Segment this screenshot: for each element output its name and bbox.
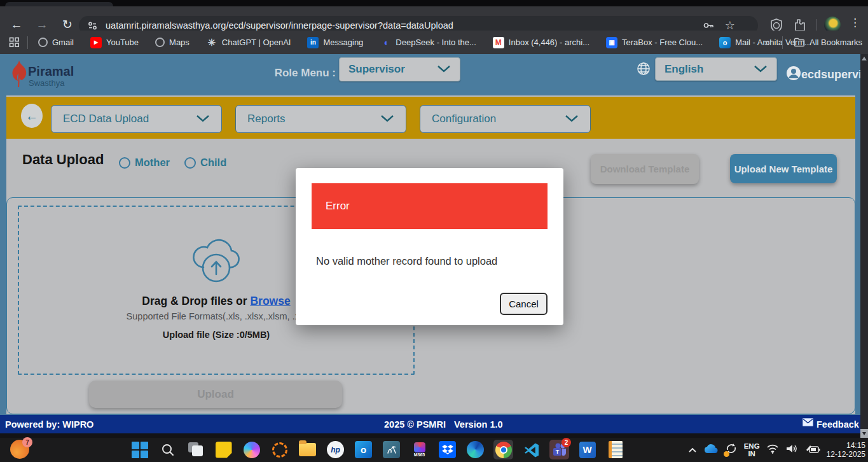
outlook-icon[interactable]: o: [354, 440, 373, 459]
tune-icon[interactable]: [87, 20, 98, 31]
bookmark-chatgpt[interactable]: ✳ ChatGPT | OpenAI: [206, 37, 291, 48]
chevron-down-icon: [196, 113, 210, 125]
chevron-down-icon: [565, 113, 579, 125]
window-top-strip: [0, 0, 868, 6]
hp-icon[interactable]: hp: [326, 440, 345, 459]
sync-status-icon[interactable]: [725, 442, 738, 458]
folder-icon: [794, 38, 805, 47]
time-text: 14:15: [827, 441, 865, 450]
word-icon[interactable]: W: [577, 440, 597, 459]
sync-app-icon[interactable]: [270, 440, 289, 459]
gmail-favicon: [38, 38, 48, 47]
error-modal-header: Error: [312, 183, 548, 229]
bookmark-messaging[interactable]: in Messaging: [307, 37, 363, 48]
vscode-icon[interactable]: [521, 440, 541, 459]
radio-child[interactable]: Child: [184, 157, 226, 169]
upload-button[interactable]: Upload: [89, 381, 342, 408]
taskbar: 7: [0, 438, 868, 462]
sticky-notes-icon[interactable]: [214, 440, 233, 459]
page-title: Data Upload: [22, 151, 104, 168]
upload-new-template-button[interactable]: Upload New Template: [730, 154, 837, 183]
copilot-icon[interactable]: [242, 440, 261, 459]
clock[interactable]: 14:15 12-12-2025: [827, 441, 865, 459]
dropbox-icon[interactable]: [437, 440, 457, 459]
menu-ecd-data-upload[interactable]: ECD Data Upload: [51, 105, 222, 133]
app-header: Piramal Swasthya Role Menu : Supervisor …: [0, 54, 860, 95]
bookmarks-divider-2: [782, 36, 783, 49]
onedrive-icon[interactable]: [703, 444, 719, 456]
copyright-text: 2025 © PSMRI: [384, 419, 446, 430]
footer: Powered by: WIPRO 2025 © PSMRI Version 1…: [0, 415, 860, 433]
powered-by-text: Powered by: WIPRO: [5, 419, 93, 430]
scroll-down-arrow-icon: [862, 432, 866, 435]
language-indicator[interactable]: ENG IN: [744, 442, 760, 458]
bookmark-deepseek[interactable]: ◖ DeepSeek - Into the...: [380, 37, 476, 48]
teams-badge: 2: [561, 438, 571, 447]
toolbar-divider: [816, 19, 817, 32]
error-modal-title: Error: [326, 200, 350, 213]
url-text[interactable]: uatamrit.piramalswasthya.org/ecd/supervi…: [106, 20, 453, 31]
bookmarks-divider: [27, 36, 28, 49]
back-circle-button[interactable]: ←: [21, 104, 43, 128]
radio-circle-icon[interactable]: [119, 157, 130, 169]
user-icon: [786, 66, 801, 84]
volume-icon[interactable]: [785, 444, 797, 456]
radio-circle-icon[interactable]: [184, 157, 196, 169]
menu-kebab-icon[interactable]: ⋮: [850, 16, 860, 29]
cancel-button[interactable]: Cancel: [500, 293, 548, 315]
password-key-icon[interactable]: [702, 19, 715, 32]
start-button-icon[interactable]: [130, 440, 149, 459]
taskbar-icons: hp o M365: [130, 440, 625, 459]
role-menu-label: Role Menu :: [267, 67, 336, 80]
menu-configuration[interactable]: Configuration: [420, 105, 591, 133]
battery-pen-icon[interactable]: [804, 444, 820, 456]
logo-subtitle: Swasthya: [29, 78, 64, 88]
cloud-upload-icon: [186, 234, 245, 288]
m365-copilot-icon[interactable]: M365: [410, 440, 429, 459]
feedback-envelope-icon[interactable]: [803, 418, 813, 428]
feedback-link[interactable]: Feedback: [816, 419, 859, 430]
user-menu[interactable]: ecdsupervis: [786, 66, 868, 84]
task-view-icon[interactable]: [186, 440, 205, 459]
bookmark-youtube[interactable]: ▶ YouTube: [90, 37, 139, 48]
version-text: Version 1.0: [454, 419, 503, 430]
globe-icon[interactable]: [636, 61, 651, 79]
language-select[interactable]: English: [655, 57, 777, 81]
chevron-down-icon: [380, 113, 394, 125]
tray-chevron-up-icon[interactable]: [688, 444, 697, 456]
page-scrollbar[interactable]: [860, 54, 868, 438]
window-bottom-strip: [0, 433, 868, 438]
chatgpt-favicon: ✳: [206, 37, 217, 48]
username: ecdsupervis: [801, 68, 868, 81]
bookmark-inbox[interactable]: M Inbox (4,446) - archi...: [493, 37, 589, 48]
menu-reports[interactable]: Reports: [235, 105, 406, 133]
file-explorer-icon[interactable]: [298, 440, 317, 459]
browse-link[interactable]: Browse: [250, 295, 290, 307]
maps-favicon: [155, 38, 165, 47]
bookmark-gmail[interactable]: Gmail: [38, 38, 74, 47]
logo-title: Piramal: [28, 64, 74, 79]
bookmark-terabox[interactable]: ▣ TeraBox - Free Clou...: [606, 37, 703, 48]
bookmark-maps[interactable]: Maps: [155, 38, 189, 47]
search-icon[interactable]: [158, 440, 177, 459]
notepad-icon[interactable]: [605, 440, 625, 459]
weather-widget-icon[interactable]: 7: [10, 440, 29, 459]
wifi-icon[interactable]: [766, 444, 779, 456]
bookmarks-overflow-chevron[interactable]: »: [764, 37, 770, 48]
screenshot-tool-icon[interactable]: [382, 440, 401, 459]
deepseek-favicon: ◖: [380, 37, 391, 48]
apps-grid-icon[interactable]: [9, 37, 20, 48]
bookmarks-bar: Gmail ▶ YouTube Maps ✳ ChatGPT | OpenAI …: [0, 31, 868, 54]
scroll-up-arrow-icon[interactable]: [862, 57, 867, 60]
chrome-icon[interactable]: [493, 440, 513, 459]
error-modal: Error No valid mother record found to up…: [296, 168, 563, 325]
browser-toolbar: ← → ↻ uatamrit.piramalswasthya.org/ecd/s…: [0, 6, 868, 31]
teams-icon[interactable]: T 2: [549, 440, 569, 459]
all-bookmarks-button[interactable]: All Bookmarks: [794, 38, 862, 47]
role-menu-select[interactable]: Supervisor: [339, 57, 460, 81]
browser-tab[interactable]: [5, 2, 113, 6]
edge-icon[interactable]: [465, 440, 485, 459]
download-template-button[interactable]: Download Template: [591, 154, 699, 184]
extensions-puzzle-icon[interactable]: [792, 18, 806, 32]
radio-mother[interactable]: Mother: [119, 157, 170, 169]
